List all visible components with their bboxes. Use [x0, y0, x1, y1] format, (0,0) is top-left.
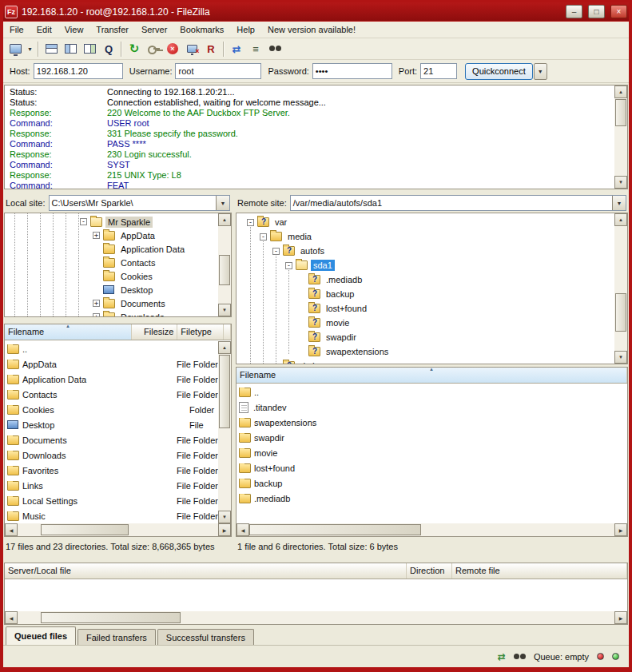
sync-browsing-icon[interactable]	[514, 654, 526, 660]
local-list-vertical-scrollbar[interactable]: ▲ ▼	[218, 341, 231, 523]
tab-queued-files[interactable]: Queued files	[6, 626, 76, 645]
tree-expander[interactable]: -	[272, 248, 280, 255]
folder-icon	[103, 258, 115, 268]
local-tree-item[interactable]: + AppData	[5, 229, 231, 242]
scroll-thumb[interactable]	[615, 293, 626, 332]
column-header-filesize[interactable]: Filesize	[132, 324, 178, 340]
remote-tree-item[interactable]: - autofs	[237, 244, 627, 258]
remote-file-row[interactable]: ..	[237, 384, 627, 400]
remote-site-combo[interactable]: /var/media/autofs/sda1 ▼	[290, 195, 626, 211]
local-site-combo[interactable]: C:\Users\Mr Sparkle\ ▼	[49, 195, 230, 211]
remote-tree-item[interactable]: swapextensions	[237, 344, 627, 359]
remote-tree-item[interactable]: - sda1	[237, 258, 627, 272]
column-header-filetype[interactable]: Filetype	[177, 324, 224, 340]
local-list-horizontal-scrollbar[interactable]: ◀ ▶	[5, 523, 231, 536]
maximize-button[interactable]: □	[588, 5, 605, 18]
remote-file-row[interactable]: lost+found	[237, 460, 627, 475]
scroll-right-button[interactable]: ▶	[614, 611, 627, 624]
status-bar: ⇄ Queue: empty	[3, 645, 629, 667]
folder-icon	[239, 388, 251, 397]
remote-tree-item[interactable]: dvd	[237, 359, 627, 364]
scroll-down-button[interactable]: ▼	[218, 304, 231, 316]
scroll-thumb[interactable]	[41, 612, 181, 623]
unknown-folder-icon	[308, 275, 320, 284]
local-file-row[interactable]: Links File Folder	[5, 478, 218, 493]
column-header-filename[interactable]: ▲ Filename	[237, 368, 627, 383]
local-file-row[interactable]: Cookies Folder	[5, 402, 218, 417]
folder-icon	[239, 494, 251, 503]
local-tree-vertical-scrollbar[interactable]: ▲ ▼	[218, 213, 231, 316]
local-file-row[interactable]: AppData File Folder	[5, 356, 218, 372]
scroll-left-button[interactable]: ◀	[5, 523, 18, 536]
folder-icon	[239, 479, 251, 488]
queue-horizontal-scrollbar[interactable]: ◀ ▶	[5, 611, 627, 624]
remote-file-row[interactable]: swapdir	[237, 430, 627, 445]
scroll-down-button[interactable]: ▼	[218, 511, 231, 523]
folder-icon	[103, 245, 115, 254]
scroll-right-button[interactable]: ▶	[614, 523, 627, 536]
tree-expander[interactable]: -	[285, 262, 292, 269]
directory-comparison-icon[interactable]: ⇄	[498, 651, 506, 662]
tree-expander[interactable]: +	[93, 313, 100, 316]
local-file-row[interactable]: Contacts File Folder	[5, 387, 218, 402]
tree-expander[interactable]: -	[260, 233, 267, 241]
minimize-button[interactable]: –	[566, 5, 582, 18]
remote-file-row[interactable]: backup	[237, 475, 627, 491]
unknown-folder-icon	[283, 246, 295, 256]
remote-site-path: /var/media/autofs/sda1	[293, 198, 382, 208]
chevron-down-icon[interactable]: ▼	[612, 196, 626, 210]
scroll-up-button[interactable]: ▲	[218, 341, 231, 354]
window-title: 192.168.1.20 - root@192.168.1.20 - FileZ…	[22, 6, 560, 18]
remote-tree-item[interactable]: .mediadb	[237, 272, 627, 287]
column-header-direction[interactable]: Direction	[407, 563, 452, 579]
local-file-row[interactable]: ..	[5, 341, 218, 356]
local-file-row[interactable]: Favorites File Folder	[5, 463, 218, 478]
tree-expander[interactable]: +	[93, 232, 100, 239]
remote-tree-item[interactable]: - media	[237, 229, 627, 244]
local-file-row[interactable]: Downloads File Folder	[5, 447, 218, 463]
local-tree-item[interactable]: Contacts	[5, 256, 231, 269]
scroll-left-button[interactable]: ◀	[237, 523, 249, 536]
local-tree-item[interactable]: + Documents	[5, 296, 231, 310]
local-file-row[interactable]: Application Data File Folder	[5, 372, 218, 387]
scroll-thumb[interactable]	[41, 524, 129, 535]
remote-list-horizontal-scrollbar[interactable]: ◀ ▶	[237, 523, 627, 536]
tab-failed-transfers[interactable]: Failed transfers	[78, 629, 156, 645]
scroll-up-button[interactable]: ▲	[218, 213, 231, 226]
scroll-thumb[interactable]	[219, 255, 230, 285]
scroll-thumb[interactable]	[249, 524, 421, 535]
scroll-thumb[interactable]	[219, 355, 230, 428]
remote-tree-vertical-scrollbar[interactable]: ▲ ▼	[614, 213, 627, 364]
remote-file-row[interactable]: swapextensions	[237, 415, 627, 430]
scroll-up-button[interactable]: ▲	[614, 213, 627, 226]
remote-tree-item[interactable]: swapdir	[237, 330, 627, 344]
local-file-row[interactable]: Desktop File	[5, 417, 218, 432]
remote-tree-item[interactable]: backup	[237, 287, 627, 301]
scroll-left-button[interactable]: ◀	[5, 611, 18, 624]
local-tree-item[interactable]: + Downloads	[5, 310, 231, 316]
scroll-right-button[interactable]: ▶	[218, 523, 231, 536]
tree-expander[interactable]: +	[93, 300, 100, 307]
local-tree-item[interactable]: Cookies	[5, 269, 231, 283]
column-header-filename[interactable]: ▲ Filename	[5, 324, 132, 340]
remote-file-row[interactable]: .mediadb	[237, 491, 627, 506]
local-file-row[interactable]: Local Settings File Folder	[5, 493, 218, 508]
local-tree-item[interactable]: Application Data	[5, 242, 231, 256]
local-tree-item[interactable]: - Mr Sparkle	[5, 215, 231, 229]
scroll-down-button[interactable]: ▼	[614, 351, 627, 364]
tree-expander[interactable]: -	[80, 218, 87, 225]
tree-expander[interactable]: -	[247, 219, 254, 226]
remote-tree-item[interactable]: lost+found	[237, 301, 627, 316]
tab-successful-transfers[interactable]: Successful transfers	[157, 629, 254, 645]
local-tree-item[interactable]: Desktop	[5, 283, 231, 296]
remote-file-row[interactable]: movie	[237, 445, 627, 460]
chevron-down-icon[interactable]: ▼	[216, 196, 229, 210]
local-file-row[interactable]: Documents File Folder	[5, 432, 218, 447]
remote-tree-item[interactable]: - var	[237, 215, 627, 229]
column-header-remote-file[interactable]: Remote file	[452, 563, 627, 579]
local-file-row[interactable]: Music File Folder	[5, 508, 218, 523]
remote-file-row[interactable]: .titandev	[237, 400, 627, 415]
close-button[interactable]: ×	[610, 5, 627, 18]
remote-tree-item[interactable]: movie	[237, 316, 627, 330]
column-header-server-local-file[interactable]: Server/Local file	[5, 563, 407, 579]
